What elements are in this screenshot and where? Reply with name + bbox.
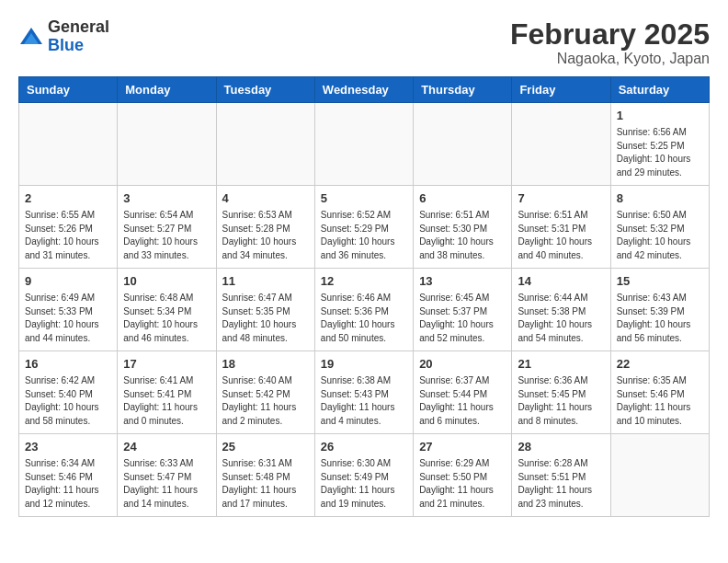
day-info: Sunrise: 6:50 AM Sunset: 5:32 PM Dayligh… [617, 209, 703, 262]
calendar-cell: 4Sunrise: 6:53 AM Sunset: 5:28 PM Daylig… [216, 186, 314, 269]
calendar-cell: 22Sunrise: 6:35 AM Sunset: 5:46 PM Dayli… [610, 351, 709, 434]
weekday-header-thursday: Thursday [414, 77, 512, 103]
day-info: Sunrise: 6:49 AM Sunset: 5:33 PM Dayligh… [25, 292, 111, 345]
day-number: 15 [617, 273, 703, 290]
day-number: 12 [321, 273, 407, 290]
weekday-header-sunday: Sunday [19, 77, 118, 103]
day-number: 11 [222, 273, 309, 290]
day-number: 22 [617, 356, 703, 373]
logo: General Blue [18, 18, 109, 55]
logo-icon [18, 24, 44, 50]
day-number: 23 [25, 439, 111, 455]
day-info: Sunrise: 6:29 AM Sunset: 5:50 PM Dayligh… [419, 457, 506, 511]
location-title: Nagaoka, Kyoto, Japan [510, 51, 710, 67]
day-number: 27 [419, 439, 506, 455]
calendar-cell: 23Sunrise: 6:34 AM Sunset: 5:46 PM Dayli… [19, 434, 118, 517]
day-info: Sunrise: 6:31 AM Sunset: 5:48 PM Dayligh… [222, 457, 309, 511]
day-info: Sunrise: 6:28 AM Sunset: 5:51 PM Dayligh… [518, 457, 604, 511]
week-row-4: 16Sunrise: 6:42 AM Sunset: 5:40 PM Dayli… [19, 351, 710, 434]
day-info: Sunrise: 6:42 AM Sunset: 5:40 PM Dayligh… [25, 374, 111, 428]
weekday-header-wednesday: Wednesday [314, 77, 413, 103]
day-info: Sunrise: 6:47 AM Sunset: 5:35 PM Dayligh… [222, 292, 309, 345]
calendar: SundayMondayTuesdayWednesdayThursdayFrid… [18, 76, 710, 517]
calendar-cell: 26Sunrise: 6:30 AM Sunset: 5:49 PM Dayli… [314, 434, 413, 517]
day-info: Sunrise: 6:36 AM Sunset: 5:45 PM Dayligh… [518, 374, 604, 428]
day-number: 9 [25, 273, 111, 290]
title-area: February 2025 Nagaoka, Kyoto, Japan [510, 18, 710, 67]
day-number: 16 [25, 356, 111, 373]
calendar-cell: 24Sunrise: 6:33 AM Sunset: 5:47 PM Dayli… [118, 434, 216, 517]
day-number: 7 [518, 190, 604, 207]
day-info: Sunrise: 6:35 AM Sunset: 5:46 PM Dayligh… [617, 374, 703, 428]
day-info: Sunrise: 6:48 AM Sunset: 5:34 PM Dayligh… [123, 292, 210, 345]
weekday-row: SundayMondayTuesdayWednesdayThursdayFrid… [19, 77, 710, 103]
calendar-cell: 17Sunrise: 6:41 AM Sunset: 5:41 PM Dayli… [118, 351, 216, 434]
calendar-cell: 20Sunrise: 6:37 AM Sunset: 5:44 PM Dayli… [414, 351, 512, 434]
week-row-5: 23Sunrise: 6:34 AM Sunset: 5:46 PM Dayli… [19, 434, 710, 517]
day-number: 8 [617, 190, 703, 207]
calendar-cell: 12Sunrise: 6:46 AM Sunset: 5:36 PM Dayli… [314, 269, 413, 351]
calendar-cell [512, 103, 610, 186]
calendar-cell: 16Sunrise: 6:42 AM Sunset: 5:40 PM Dayli… [19, 351, 118, 434]
calendar-cell: 11Sunrise: 6:47 AM Sunset: 5:35 PM Dayli… [216, 269, 314, 351]
calendar-cell [414, 103, 512, 186]
day-number: 14 [518, 273, 604, 290]
calendar-cell: 14Sunrise: 6:44 AM Sunset: 5:38 PM Dayli… [512, 269, 610, 351]
day-number: 6 [419, 190, 506, 207]
logo-text: General Blue [48, 18, 109, 55]
week-row-2: 2Sunrise: 6:55 AM Sunset: 5:26 PM Daylig… [19, 186, 710, 269]
day-info: Sunrise: 6:34 AM Sunset: 5:46 PM Dayligh… [25, 457, 111, 511]
weekday-header-tuesday: Tuesday [216, 77, 314, 103]
day-info: Sunrise: 6:52 AM Sunset: 5:29 PM Dayligh… [321, 209, 407, 262]
day-info: Sunrise: 6:30 AM Sunset: 5:49 PM Dayligh… [321, 457, 407, 511]
day-info: Sunrise: 6:51 AM Sunset: 5:31 PM Dayligh… [518, 209, 604, 262]
logo-general: General [48, 17, 109, 36]
day-info: Sunrise: 6:54 AM Sunset: 5:27 PM Dayligh… [123, 209, 210, 262]
day-info: Sunrise: 6:56 AM Sunset: 5:25 PM Dayligh… [617, 126, 703, 179]
day-number: 2 [25, 190, 111, 207]
calendar-cell: 2Sunrise: 6:55 AM Sunset: 5:26 PM Daylig… [19, 186, 118, 269]
calendar-cell: 10Sunrise: 6:48 AM Sunset: 5:34 PM Dayli… [118, 269, 216, 351]
day-number: 21 [518, 356, 604, 373]
weekday-header-friday: Friday [512, 77, 610, 103]
day-number: 18 [222, 356, 309, 373]
day-info: Sunrise: 6:53 AM Sunset: 5:28 PM Dayligh… [222, 209, 309, 262]
calendar-cell: 6Sunrise: 6:51 AM Sunset: 5:30 PM Daylig… [414, 186, 512, 269]
calendar-cell: 5Sunrise: 6:52 AM Sunset: 5:29 PM Daylig… [314, 186, 413, 269]
day-info: Sunrise: 6:38 AM Sunset: 5:43 PM Dayligh… [321, 374, 407, 428]
day-info: Sunrise: 6:55 AM Sunset: 5:26 PM Dayligh… [25, 209, 111, 262]
day-info: Sunrise: 6:51 AM Sunset: 5:30 PM Dayligh… [419, 209, 506, 262]
day-info: Sunrise: 6:44 AM Sunset: 5:38 PM Dayligh… [518, 292, 604, 345]
logo-blue: Blue [48, 36, 84, 54]
day-number: 19 [321, 356, 407, 373]
calendar-cell: 18Sunrise: 6:40 AM Sunset: 5:42 PM Dayli… [216, 351, 314, 434]
calendar-body: 1Sunrise: 6:56 AM Sunset: 5:25 PM Daylig… [19, 103, 710, 517]
week-row-1: 1Sunrise: 6:56 AM Sunset: 5:25 PM Daylig… [19, 103, 710, 186]
day-info: Sunrise: 6:41 AM Sunset: 5:41 PM Dayligh… [123, 374, 210, 428]
day-number: 28 [518, 439, 604, 455]
day-number: 13 [419, 273, 506, 290]
day-info: Sunrise: 6:40 AM Sunset: 5:42 PM Dayligh… [222, 374, 309, 428]
day-number: 10 [123, 273, 210, 290]
month-title: February 2025 [510, 18, 710, 51]
calendar-header: SundayMondayTuesdayWednesdayThursdayFrid… [19, 77, 710, 103]
calendar-cell [314, 103, 413, 186]
calendar-cell [216, 103, 314, 186]
calendar-cell: 13Sunrise: 6:45 AM Sunset: 5:37 PM Dayli… [414, 269, 512, 351]
day-number: 5 [321, 190, 407, 207]
calendar-cell: 28Sunrise: 6:28 AM Sunset: 5:51 PM Dayli… [512, 434, 610, 517]
calendar-cell: 27Sunrise: 6:29 AM Sunset: 5:50 PM Dayli… [414, 434, 512, 517]
day-number: 3 [123, 190, 210, 207]
calendar-cell: 25Sunrise: 6:31 AM Sunset: 5:48 PM Dayli… [216, 434, 314, 517]
calendar-cell: 8Sunrise: 6:50 AM Sunset: 5:32 PM Daylig… [610, 186, 709, 269]
page-header: General Blue February 2025 Nagaoka, Kyot… [18, 18, 710, 67]
calendar-cell [19, 103, 118, 186]
weekday-header-saturday: Saturday [610, 77, 709, 103]
day-number: 17 [123, 356, 210, 373]
weekday-header-monday: Monday [118, 77, 216, 103]
day-number: 1 [617, 108, 703, 124]
calendar-cell: 7Sunrise: 6:51 AM Sunset: 5:31 PM Daylig… [512, 186, 610, 269]
calendar-cell: 3Sunrise: 6:54 AM Sunset: 5:27 PM Daylig… [118, 186, 216, 269]
calendar-cell: 1Sunrise: 6:56 AM Sunset: 5:25 PM Daylig… [610, 103, 709, 186]
day-info: Sunrise: 6:37 AM Sunset: 5:44 PM Dayligh… [419, 374, 506, 428]
